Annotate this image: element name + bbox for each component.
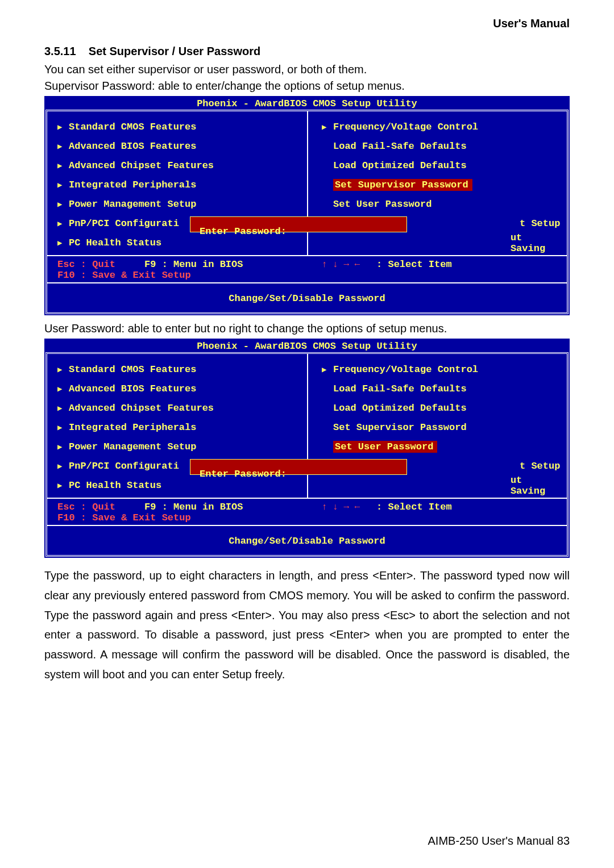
- menu-load-optimized[interactable]: ▶Load Optimized Defaults: [322, 157, 562, 174]
- menu-item-label: Set Supervisor Password: [333, 422, 467, 433]
- hint-f9: F9 : Menu in BIOS: [144, 502, 243, 512]
- menu-item-label: Power Management Setup: [69, 199, 196, 210]
- mid-paragraph: User Password: able to enter but no righ…: [44, 321, 570, 336]
- menu-item-label-selected: Set User Password: [333, 441, 437, 453]
- triangle-icon: ▶: [57, 238, 63, 248]
- menu-exit-setup-partial[interactable]: ▶t Setup: [322, 458, 562, 474]
- triangle-icon: ▶: [57, 365, 63, 374]
- menu-pc-health[interactable]: ▶PC Health Status: [57, 235, 302, 251]
- menu-load-failsafe[interactable]: ▶Load Fail-Safe Defaults: [322, 381, 562, 397]
- menu-item-label: PnP/PCI Configurati: [69, 218, 179, 229]
- menu-exit-setup-partial[interactable]: ▶t Setup: [322, 215, 562, 232]
- triangle-icon: ▶: [57, 180, 63, 190]
- body-paragraph: Type the password, up to eight character…: [44, 566, 570, 685]
- triangle-icon: ▶: [322, 365, 327, 374]
- menu-item-label-selected: Set Supervisor Password: [333, 179, 472, 191]
- menu-advanced-bios[interactable]: ▶Advanced BIOS Features: [57, 138, 302, 155]
- menu-item-label: Advanced Chipset Features: [69, 403, 214, 414]
- password-prompt-label: Enter Password:: [200, 469, 287, 479]
- bios1-title: Phoenix - AwardBIOS CMOS Setup Utility: [45, 97, 569, 110]
- bios2-footer: Change/Set/Disable Password: [47, 525, 567, 555]
- menu-item-label: Frequency/Voltage Control: [333, 364, 478, 375]
- menu-item-label: Load Optimized Defaults: [333, 160, 467, 171]
- menu-pc-health[interactable]: ▶PC Health Status: [57, 477, 302, 494]
- menu-exit-saving-partial[interactable]: ▶ut Saving: [322, 235, 562, 251]
- menu-advanced-bios[interactable]: ▶Advanced BIOS Features: [57, 381, 302, 397]
- menu-item-label: Power Management Setup: [69, 441, 196, 452]
- menu-item-label: Standard CMOS Features: [69, 122, 196, 132]
- bios-screenshot-1: Phoenix - AwardBIOS CMOS Setup Utility ▶…: [44, 96, 570, 315]
- triangle-icon: ▶: [57, 481, 63, 490]
- hint-esc: Esc : Quit: [57, 259, 115, 270]
- hint-select: : Select Item: [376, 502, 452, 512]
- triangle-icon: ▶: [57, 122, 63, 132]
- triangle-icon: ▶: [57, 384, 63, 394]
- intro-paragraph-2: Supervisor Password: able to enter/chang…: [44, 78, 570, 94]
- triangle-icon: ▶: [57, 403, 63, 413]
- menu-item-label: t Setup: [333, 218, 560, 229]
- menu-item-label: Set User Password: [333, 199, 432, 210]
- triangle-icon: ▶: [57, 442, 63, 452]
- triangle-icon: ▶: [57, 141, 63, 151]
- section-number: 3.5.11: [44, 45, 76, 57]
- menu-integrated-peripherals[interactable]: ▶Integrated Peripherals: [57, 177, 302, 193]
- menu-frequency-voltage[interactable]: ▶Frequency/Voltage Control: [322, 119, 562, 135]
- bios1-key-hints: Esc : Quit F9 : Menu in BIOS F10 : Save …: [47, 255, 567, 282]
- triangle-icon: ▶: [57, 461, 63, 471]
- triangle-icon: ▶: [57, 423, 63, 432]
- menu-item-label: PC Health Status: [69, 480, 161, 491]
- menu-power-management[interactable]: ▶Power Management Setup: [57, 439, 302, 455]
- section-name: Set Supervisor / User Password: [89, 45, 260, 57]
- menu-standard-cmos[interactable]: ▶Standard CMOS Features: [57, 361, 302, 378]
- hint-f10: F10 : Save & Exit Setup: [57, 512, 191, 523]
- menu-item-label: Advanced BIOS Features: [69, 141, 196, 152]
- menu-item-label: ut Saving: [333, 475, 562, 496]
- menu-item-label: Frequency/Voltage Control: [333, 122, 478, 132]
- menu-power-management[interactable]: ▶Power Management Setup: [57, 196, 302, 212]
- menu-item-label: Load Fail-Safe Defaults: [333, 141, 467, 152]
- triangle-icon: ▶: [57, 161, 63, 170]
- menu-set-supervisor[interactable]: ▶Set Supervisor Password: [322, 419, 562, 436]
- menu-standard-cmos[interactable]: ▶Standard CMOS Features: [57, 119, 302, 135]
- bios2-key-hints: Esc : Quit F9 : Menu in BIOS F10 : Save …: [47, 498, 567, 525]
- hint-f10: F10 : Save & Exit Setup: [57, 270, 191, 281]
- triangle-icon: ▶: [322, 122, 327, 132]
- menu-load-failsafe[interactable]: ▶Load Fail-Safe Defaults: [322, 138, 562, 155]
- menu-item-label: Integrated Peripherals: [69, 180, 196, 190]
- menu-exit-saving-partial[interactable]: ▶ut Saving: [322, 477, 562, 494]
- section-heading: 3.5.11 Set Supervisor / User Password: [44, 45, 570, 58]
- bios-screenshot-2: Phoenix - AwardBIOS CMOS Setup Utility ▶…: [44, 339, 570, 558]
- password-prompt-label: Enter Password:: [200, 226, 287, 237]
- intro-paragraph-1: You can set either supervisor or user pa…: [44, 62, 570, 77]
- menu-load-optimized[interactable]: ▶Load Optimized Defaults: [322, 400, 562, 416]
- menu-set-user[interactable]: ▶Set User Password: [322, 196, 562, 212]
- triangle-icon: ▶: [57, 219, 63, 228]
- hint-select: : Select Item: [376, 259, 452, 270]
- hint-arrows: ↑ ↓ → ←: [322, 502, 360, 512]
- menu-advanced-chipset[interactable]: ▶Advanced Chipset Features: [57, 157, 302, 174]
- page-header: User's Manual: [44, 17, 570, 30]
- menu-item-label: PC Health Status: [69, 237, 161, 248]
- bios1-footer: Change/Set/Disable Password: [47, 282, 567, 312]
- menu-item-label: PnP/PCI Configurati: [69, 461, 179, 471]
- vertical-separator: [307, 111, 308, 255]
- menu-item-label: Integrated Peripherals: [69, 422, 196, 433]
- menu-frequency-voltage[interactable]: ▶Frequency/Voltage Control: [322, 361, 562, 378]
- vertical-separator: [307, 354, 308, 498]
- menu-item-label: Standard CMOS Features: [69, 364, 196, 375]
- menu-item-label: Load Optimized Defaults: [333, 403, 467, 414]
- menu-integrated-peripherals[interactable]: ▶Integrated Peripherals: [57, 419, 302, 436]
- menu-item-label: t Setup: [333, 461, 560, 471]
- triangle-icon: ▶: [57, 199, 63, 209]
- menu-item-label: Load Fail-Safe Defaults: [333, 383, 467, 394]
- menu-item-label: ut Saving: [333, 232, 562, 254]
- bios2-title: Phoenix - AwardBIOS CMOS Setup Utility: [45, 340, 569, 352]
- menu-item-label: Advanced Chipset Features: [69, 160, 214, 171]
- menu-set-user[interactable]: ▶Set User Password: [322, 439, 562, 455]
- hint-f9: F9 : Menu in BIOS: [144, 259, 243, 270]
- menu-advanced-chipset[interactable]: ▶Advanced Chipset Features: [57, 400, 302, 416]
- page-number-footer: AIMB-250 User's Manual 83: [428, 834, 570, 848]
- menu-set-supervisor[interactable]: ▶Set Supervisor Password: [322, 177, 562, 193]
- hint-esc: Esc : Quit: [57, 502, 115, 512]
- hint-arrows: ↑ ↓ → ←: [322, 260, 360, 270]
